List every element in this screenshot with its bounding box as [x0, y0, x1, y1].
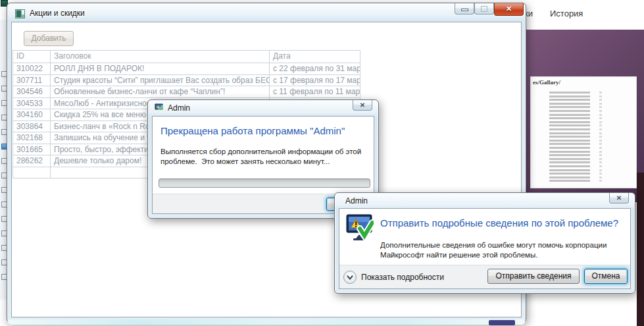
window-bottom-glass: [8, 319, 525, 325]
close-icon: ✕: [360, 101, 365, 109]
window-bottom-accent: [489, 320, 515, 325]
report-dialog-titlebar[interactable]: Admin ✕: [335, 193, 635, 207]
cell-id: 286262: [13, 155, 51, 167]
table-row[interactable]: 310022 РОЛЛ ДНЯ В ПОДАРОК! с 22 февраля …: [13, 63, 360, 75]
cell-id: 304160: [13, 109, 51, 121]
show-details-link[interactable]: Показать подробности: [361, 273, 444, 282]
cell-id: 301665: [13, 144, 51, 156]
progress-bar: [159, 178, 370, 188]
add-button[interactable]: Добавить: [24, 31, 74, 46]
background-menu-history: История: [550, 9, 583, 18]
maximize-icon: [481, 6, 487, 12]
cell-id: 302168: [13, 132, 51, 144]
column-header-title[interactable]: Заголовок: [51, 51, 270, 63]
cell-id: 307711: [13, 75, 51, 87]
send-report-button[interactable]: Отправить сведения: [487, 269, 580, 284]
crash-dialog-close-button[interactable]: ✕: [353, 100, 372, 111]
minimize-button[interactable]: [455, 3, 474, 14]
table-row[interactable]: 307711 Студия красоты “Сити” приглашает …: [13, 75, 360, 87]
cell-title: Студия красоты “Сити” приглашает Вас соз…: [51, 75, 270, 87]
table-row[interactable]: 304546 Обновленные бизнес-ланчи от кафе …: [13, 86, 360, 98]
chevron-down-icon: [344, 271, 356, 283]
report-dialog-body-panel: Отправить подробные сведения по этой про…: [339, 208, 631, 289]
report-dialog: Admin ✕ Отправить подробные сведения по …: [334, 192, 635, 294]
cell-id: [13, 167, 51, 179]
table-header-row: ID Заголовок Дата: [13, 51, 360, 63]
cell-id: 304546: [13, 86, 51, 98]
cell-title: Обновленные бизнес-ланчи от кафе “Чаплин…: [51, 86, 270, 98]
close-icon: ✕: [616, 194, 622, 202]
cell-date: с 17 февраля по 17 марта: [270, 75, 360, 87]
show-details-chevron-button[interactable]: [343, 271, 357, 284]
report-body-text: Дополнительные сведения об ошибке могут …: [380, 240, 632, 260]
column-header-date[interactable]: Дата: [270, 51, 360, 63]
report-dialog-footer: Показать подробности Отправить сведения …: [339, 265, 630, 288]
gallery-title: es/Gallary/: [533, 79, 560, 86]
crash-heading: Прекращена работа программы "Admin": [161, 125, 345, 136]
close-icon: ✕: [506, 5, 512, 13]
report-dialog-title: Admin: [345, 196, 368, 205]
cell-title: РОЛЛ ДНЯ В ПОДАРОК!: [51, 63, 270, 75]
maximize-button[interactable]: [474, 3, 494, 14]
cell-id: 303864: [13, 121, 51, 133]
error-report-icon: [346, 214, 374, 244]
crash-dialog-titlebar[interactable]: Admin ✕: [148, 100, 378, 115]
report-dialog-close-button[interactable]: ✕: [609, 193, 629, 204]
gallery-tiny-text-2: [599, 92, 602, 184]
cell-date: с 11 февраля по 11 марта: [270, 86, 360, 98]
gallery-tiny-text: [549, 92, 590, 184]
cell-id: 310022: [13, 63, 51, 75]
cancel-button[interactable]: Отмена: [584, 269, 628, 284]
report-heading: Отправить подробные сведения по этой про…: [380, 217, 618, 229]
background-gallery-listing: es/Gallary/: [530, 76, 637, 188]
column-header-id[interactable]: ID: [13, 51, 51, 63]
crash-body-text: Выполняется сбор дополнительной информац…: [161, 147, 372, 167]
cell-id: 304533: [13, 98, 51, 110]
main-titlebar[interactable]: Акции и скидки ✕: [7, 3, 526, 22]
close-button[interactable]: ✕: [494, 3, 524, 16]
admin-app-icon: [154, 103, 164, 113]
background-dark-edge: [637, 173, 644, 326]
crash-dialog-title: Admin: [168, 103, 190, 113]
app-icon: [15, 9, 25, 18]
minimize-icon: [461, 9, 468, 11]
cell-date: с 22 февраля по 31 марта: [270, 63, 360, 75]
main-window-title: Акции и скидки: [30, 9, 85, 18]
